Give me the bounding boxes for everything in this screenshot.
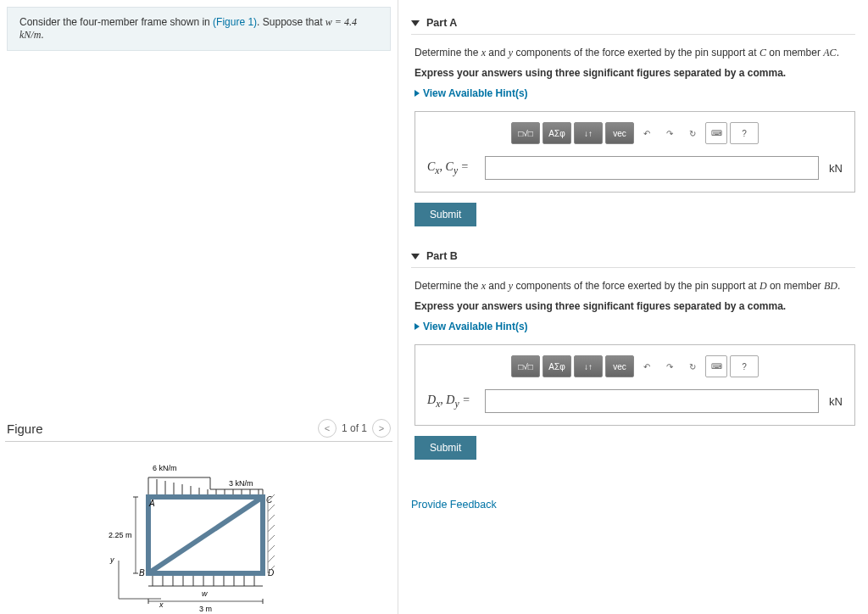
part-a-hints-link[interactable]: View Available Hint(s)	[415, 87, 855, 99]
part-a-description: Determine the x and y components of the …	[415, 45, 855, 60]
figure-header: Figure < 1 of 1 >	[5, 416, 392, 442]
greek-button[interactable]: ΑΣφ	[542, 355, 571, 377]
svg-text:3 kN/m: 3 kN/m	[229, 479, 253, 488]
part-b-hints-link[interactable]: View Available Hint(s)	[415, 321, 855, 332]
chevron-right-icon	[415, 90, 420, 97]
greek-button[interactable]: ΑΣφ	[542, 122, 571, 144]
part-b-description: Determine the x and y components of the …	[415, 278, 855, 293]
undo-button[interactable]: ↶	[637, 122, 657, 144]
part-a-section: Part A Determine the x and y components …	[411, 17, 855, 226]
part-a-variable-label: Cx, Cy =	[427, 160, 478, 176]
part-a-header[interactable]: Part A	[411, 17, 855, 35]
part-b-header[interactable]: Part B	[411, 250, 855, 268]
templates-button[interactable]: □√□	[511, 355, 540, 377]
part-a-submit-button[interactable]: Submit	[415, 203, 476, 226]
figure-link[interactable]: (Figure 1)	[213, 16, 257, 28]
figure-diagram: y x	[5, 450, 392, 614]
part-a-answer-box: □√□ ΑΣφ ↓↑ vec ↶ ↷ ↻ ⌨ ? Cx, Cy = kN	[415, 111, 855, 193]
help-button[interactable]: ?	[730, 355, 759, 377]
part-b-title: Part B	[426, 250, 458, 262]
svg-text:B: B	[139, 568, 145, 578]
svg-text:2.25 m: 2.25 m	[108, 531, 132, 539]
collapse-icon	[411, 254, 420, 260]
intro-suffix: . Suppose that	[257, 16, 326, 28]
svg-line-57	[268, 545, 275, 552]
templates-button[interactable]: □√□	[511, 122, 540, 144]
figure-pager: < 1 of 1 >	[318, 419, 391, 438]
part-a-unit: kN	[829, 162, 843, 175]
undo-button[interactable]: ↶	[637, 355, 657, 377]
subscript-button[interactable]: ↓↑	[574, 122, 603, 144]
chevron-right-icon	[415, 323, 420, 330]
svg-text:w: w	[202, 589, 208, 598]
provide-feedback-link[interactable]: Provide Feedback	[411, 499, 497, 511]
part-b-variable-label: Dx, Dy =	[427, 394, 478, 410]
part-b-answer-input[interactable]	[485, 389, 819, 413]
intro-prefix: Consider the four-member frame shown in	[19, 16, 213, 28]
part-a-title: Part A	[426, 17, 457, 29]
part-b-submit-button[interactable]: Submit	[415, 436, 476, 460]
subscript-button[interactable]: ↓↑	[574, 355, 603, 377]
part-b-answer-box: □√□ ΑΣφ ↓↑ vec ↶ ↷ ↻ ⌨ ? Dx, Dy = kN	[415, 344, 855, 426]
svg-text:A: A	[148, 499, 155, 508]
svg-text:6 kN/m: 6 kN/m	[153, 464, 177, 472]
equation-toolbar: □√□ ΑΣφ ↓↑ vec ↶ ↷ ↻ ⌨ ?	[427, 355, 843, 377]
part-b-section: Part B Determine the x and y components …	[411, 250, 855, 460]
part-a-answer-input[interactable]	[485, 156, 819, 180]
figure-page: 1 of 1	[342, 422, 367, 434]
part-a-instruction: Express your answers using three signifi…	[415, 67, 855, 79]
svg-line-5	[148, 497, 263, 573]
keyboard-button[interactable]: ⌨	[705, 355, 727, 377]
svg-line-56	[268, 535, 275, 542]
figure-next-button[interactable]: >	[372, 419, 391, 438]
redo-button[interactable]: ↷	[659, 122, 680, 144]
equation-toolbar: □√□ ΑΣφ ↓↑ vec ↶ ↷ ↻ ⌨ ?	[427, 122, 843, 144]
collapse-icon	[411, 20, 420, 26]
help-button[interactable]: ?	[730, 122, 759, 144]
keyboard-button[interactable]: ⌨	[705, 122, 727, 144]
svg-text:y: y	[109, 555, 114, 564]
svg-text:x: x	[159, 600, 164, 609]
reset-button[interactable]: ↻	[682, 122, 703, 144]
reset-button[interactable]: ↻	[682, 355, 703, 377]
figure-title: Figure	[7, 421, 318, 436]
svg-line-53	[268, 505, 275, 511]
part-b-instruction: Express your answers using three signifi…	[415, 300, 855, 312]
vector-button[interactable]: vec	[605, 355, 634, 377]
svg-line-55	[268, 525, 275, 532]
redo-button[interactable]: ↷	[659, 355, 680, 377]
svg-line-58	[268, 555, 275, 562]
svg-line-54	[268, 515, 275, 522]
figure-prev-button[interactable]: <	[318, 419, 337, 438]
vector-button[interactable]: vec	[605, 122, 634, 144]
problem-intro: Consider the four-member frame shown in …	[7, 7, 391, 51]
part-b-unit: kN	[829, 395, 843, 408]
svg-text:3 m: 3 m	[199, 605, 212, 613]
